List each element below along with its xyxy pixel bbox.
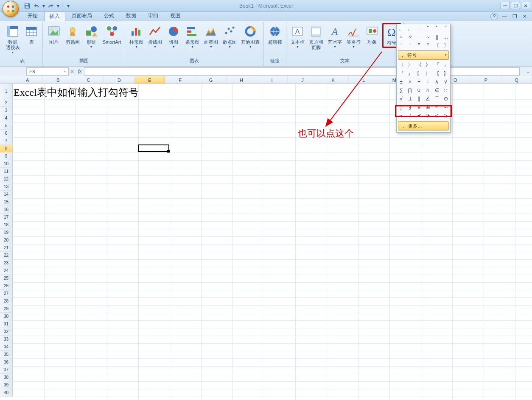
row-header-2[interactable]: 2	[0, 99, 13, 107]
row-header-16[interactable]: 16	[0, 206, 13, 214]
row-header-14[interactable]: 14	[0, 191, 13, 198]
symbol-cell[interactable]: ˉ	[423, 24, 432, 33]
fx-icon[interactable]: fx	[76, 68, 84, 75]
help-button[interactable]: ?	[490, 13, 498, 20]
line-chart-button[interactable]: 折线图▼	[146, 23, 163, 50]
column-header-Q[interactable]: Q	[501, 76, 532, 83]
tab-公式[interactable]: 公式	[98, 11, 120, 21]
tab-视图[interactable]: 视图	[165, 11, 186, 21]
row-header-20[interactable]: 20	[0, 236, 13, 244]
tab-数据[interactable]: 数据	[120, 11, 142, 21]
pivottable-button[interactable]: 数据透视表▼	[4, 23, 21, 55]
row-header-32[interactable]: 32	[0, 328, 13, 336]
row-header-8[interactable]: 8	[0, 145, 13, 153]
row-header-11[interactable]: 11	[0, 168, 13, 175]
row-header-22[interactable]: 22	[0, 252, 13, 259]
column-header-B[interactable]: B	[43, 76, 73, 83]
symbol-cell[interactable]: √	[397, 94, 406, 103]
qat-save-button[interactable]	[23, 2, 31, 10]
symbol-cell[interactable]: 、	[397, 24, 406, 33]
row-header-24[interactable]: 24	[0, 267, 13, 275]
tab-页面布局[interactable]: 页面布局	[66, 11, 98, 21]
row-header-23[interactable]: 23	[0, 259, 13, 267]
row-header-33[interactable]: 33	[0, 336, 13, 343]
column-header-D[interactable]: D	[104, 76, 134, 83]
symbol-cell[interactable]: ∮	[406, 103, 414, 111]
row-header-40[interactable]: 40	[0, 389, 13, 397]
row-header-3[interactable]: 3	[0, 107, 13, 114]
scatter-chart-button[interactable]: 散点图▼	[221, 23, 238, 50]
symbol-cell[interactable]: …	[441, 33, 450, 41]
qat-undo-button[interactable]	[32, 2, 41, 10]
symbol-cell[interactable]: ≡	[414, 103, 423, 111]
row-header-35[interactable]: 35	[0, 351, 13, 358]
symbol-cell[interactable]: ˇ	[432, 24, 441, 33]
symbol-cell[interactable]: 〖	[414, 69, 423, 78]
inner-close-button[interactable]: ✕	[521, 13, 529, 20]
column-header-H[interactable]: H	[227, 76, 257, 83]
column-header-I[interactable]: I	[257, 76, 288, 83]
office-button[interactable]	[3, 1, 19, 17]
symbol-cell[interactable]: 〕	[441, 41, 450, 50]
row-header-10[interactable]: 10	[0, 160, 13, 168]
header-footer-button[interactable]: 页眉和页脚	[308, 23, 325, 52]
pie-chart-button[interactable]: 饼图▼	[165, 23, 182, 50]
column-header-F[interactable]: F	[165, 76, 196, 83]
row-header-7[interactable]: 7	[0, 137, 13, 145]
hyperlink-button[interactable]: 超链接	[266, 23, 283, 46]
symbol-cell[interactable]: '	[397, 41, 406, 50]
symbol-cell[interactable]: 〔	[432, 41, 441, 50]
qat-customize-dropdown[interactable]: ▾	[64, 2, 73, 10]
column-header-A[interactable]: A	[12, 76, 43, 83]
cell-area[interactable]: Excel表中如何输入打勾符号	[13, 84, 532, 400]
symbol-cell[interactable]: ∑	[397, 86, 406, 94]
symbol-cell[interactable]: 〉	[406, 61, 414, 69]
formula-bar-expand[interactable]: ⌄	[526, 67, 531, 76]
symbol-cell[interactable]: ∈	[432, 86, 441, 94]
row-header-27[interactable]: 27	[0, 290, 13, 297]
symbol-cell[interactable]: ∫	[397, 103, 406, 111]
symbol-cell[interactable]: ≠	[406, 111, 414, 120]
symbol-cell[interactable]: 《	[414, 61, 423, 69]
shapes-button[interactable]: 形状▼	[83, 23, 100, 50]
qat-undo-dropdown[interactable]: ▾	[42, 2, 46, 10]
symbol-cell[interactable]: 』	[406, 69, 414, 78]
row-header-29[interactable]: 29	[0, 305, 13, 313]
name-box[interactable]: E8 ▾	[26, 67, 69, 76]
symbol-cell[interactable]: 〈	[397, 61, 406, 69]
picture-button[interactable]: 图片	[45, 23, 62, 46]
smartart-button[interactable]: SmartArt	[101, 23, 122, 46]
column-header-C[interactable]: C	[73, 76, 104, 83]
symbol-cell[interactable]: ∪	[414, 86, 423, 94]
symbol-cell[interactable]: ≮	[414, 111, 423, 120]
symbol-cell[interactable]: ∝	[397, 111, 406, 120]
row-header-39[interactable]: 39	[0, 381, 13, 389]
object-button[interactable]: 对象	[364, 23, 381, 46]
symbol-cell[interactable]: "	[423, 41, 432, 50]
row-header-38[interactable]: 38	[0, 374, 13, 381]
row-header-37[interactable]: 37	[0, 366, 13, 374]
column-header-K[interactable]: K	[318, 76, 349, 83]
inner-minimize-button[interactable]: —	[501, 13, 508, 20]
symbol-cell[interactable]: ⊥	[406, 94, 414, 103]
symbol-cell[interactable]: ‖	[432, 33, 441, 41]
bar-chart-button[interactable]: 条形图▼	[184, 23, 201, 50]
row-header-1[interactable]: 1	[0, 84, 13, 99]
column-chart-button[interactable]: 柱形图▼	[128, 23, 145, 50]
wordart-button[interactable]: A艺术字▼	[326, 23, 343, 50]
symbol-cell[interactable]: ≥	[441, 111, 450, 120]
row-header-17[interactable]: 17	[0, 214, 13, 221]
symbol-cell[interactable]: 〃	[397, 33, 406, 41]
symbol-cell[interactable]: ∨	[441, 78, 450, 86]
symbol-cell[interactable]: ∶	[423, 78, 432, 86]
area-chart-button[interactable]: 面积图▼	[202, 23, 219, 50]
column-header-G[interactable]: G	[196, 76, 227, 83]
row-header-34[interactable]: 34	[0, 343, 13, 351]
select-all-corner[interactable]	[0, 76, 12, 83]
tab-开始[interactable]: 开始	[22, 11, 43, 21]
row-header-5[interactable]: 5	[0, 122, 13, 130]
symbol-cell[interactable]: ±	[397, 78, 406, 86]
qat-redo-button[interactable]	[47, 2, 55, 10]
column-header-E[interactable]: E	[134, 76, 165, 83]
qat-redo-dropdown[interactable]: ▾	[56, 2, 60, 10]
